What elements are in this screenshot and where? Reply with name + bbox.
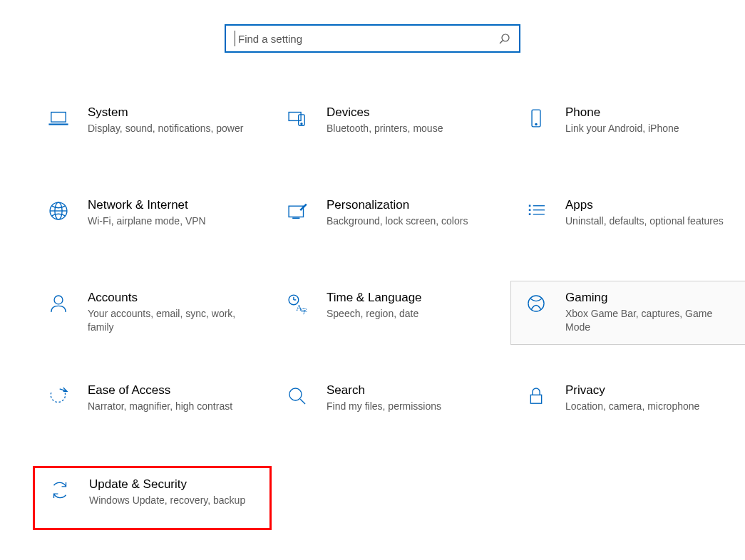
tile-time-language[interactable]: A 字 Time & Language Speech, region, date [272, 281, 510, 345]
svg-rect-15 [529, 209, 531, 211]
tile-accounts[interactable]: Accounts Your accounts, email, sync, wor… [33, 281, 272, 345]
time-language-icon: A 字 [282, 290, 312, 316]
tile-desc: Bluetooth, printers, mouse [327, 122, 443, 135]
tile-title: Phone [565, 105, 679, 120]
svg-point-8 [535, 123, 537, 125]
apps-icon [521, 197, 551, 223]
tile-ease-of-access[interactable]: Ease of Access Narrator, magnifier, high… [33, 373, 272, 437]
svg-text:字: 字 [301, 308, 307, 315]
tile-devices[interactable]: Devices Bluetooth, printers, mouse [272, 95, 510, 160]
magnifier-icon [282, 383, 312, 408]
tile-network[interactable]: Network & Internet Wi-Fi, airplane mode,… [33, 188, 272, 252]
tile-system[interactable]: System Display, sound, notifications, po… [33, 95, 272, 160]
tile-title: Accounts [88, 290, 258, 306]
tile-search[interactable]: Search Find my files, permissions [272, 373, 510, 437]
svg-line-1 [500, 41, 503, 43]
tile-title: Privacy [565, 383, 699, 398]
tile-update-security[interactable]: Update & Security Windows Update, recove… [33, 466, 272, 530]
tile-title: Devices [327, 105, 443, 120]
tile-title: Time & Language [327, 290, 422, 306]
search-icon [499, 33, 510, 44]
tile-desc: Speech, region, date [327, 307, 422, 321]
tile-desc: Location, camera, microphone [565, 400, 699, 413]
svg-rect-14 [529, 205, 531, 207]
tile-desc: Wi-Fi, airplane mode, VPN [88, 214, 206, 228]
tile-title: Search [327, 383, 441, 398]
svg-rect-12 [289, 206, 303, 217]
tile-title: System [88, 105, 243, 120]
search-box[interactable] [225, 24, 520, 53]
tile-title: Update & Security [89, 477, 245, 492]
svg-point-26 [528, 296, 544, 311]
lock-icon [521, 383, 551, 408]
personalization-icon [282, 197, 312, 223]
svg-point-28 [289, 388, 302, 400]
tile-desc: Narrator, magnifier, high contrast [88, 400, 232, 413]
tile-desc: Uninstall, defaults, optional features [565, 214, 724, 228]
tile-privacy[interactable]: Privacy Location, camera, microphone [510, 373, 745, 437]
svg-point-0 [502, 34, 509, 41]
tile-phone[interactable]: Phone Link your Android, iPhone [510, 95, 745, 160]
tile-title: Network & Internet [88, 197, 206, 213]
svg-rect-4 [289, 113, 301, 121]
update-icon [45, 477, 75, 502]
svg-rect-30 [530, 395, 541, 403]
tile-gaming[interactable]: Gaming Xbox Game Bar, captures, Game Mod… [510, 281, 745, 345]
person-icon [43, 290, 73, 316]
search-input[interactable] [237, 26, 499, 51]
svg-rect-16 [529, 213, 531, 215]
laptop-icon [43, 105, 73, 130]
tile-personalization[interactable]: Personalization Background, lock screen,… [272, 188, 510, 252]
text-cursor [235, 31, 235, 46]
tile-desc: Find my files, permissions [327, 400, 441, 413]
tile-desc: Background, lock screen, colors [327, 214, 468, 228]
svg-line-29 [300, 399, 305, 404]
tile-desc: Windows Update, recovery, backup [89, 494, 245, 507]
tile-desc: Your accounts, email, sync, work, family [88, 307, 258, 334]
tile-desc: Display, sound, notifications, power [88, 122, 243, 135]
svg-point-20 [54, 296, 63, 304]
tile-desc: Link your Android, iPhone [565, 122, 679, 135]
xbox-icon [521, 290, 551, 316]
tile-title: Gaming [565, 290, 736, 306]
ease-of-access-icon [43, 383, 73, 408]
devices-icon [282, 105, 312, 130]
svg-point-6 [301, 123, 302, 125]
globe-icon [43, 197, 73, 223]
phone-icon [521, 105, 551, 130]
tile-apps[interactable]: Apps Uninstall, defaults, optional featu… [510, 188, 745, 252]
tile-title: Apps [565, 197, 724, 213]
tile-title: Ease of Access [88, 383, 232, 398]
tile-desc: Xbox Game Bar, captures, Game Mode [565, 307, 736, 334]
svg-rect-2 [51, 113, 66, 123]
tile-title: Personalization [327, 197, 468, 213]
